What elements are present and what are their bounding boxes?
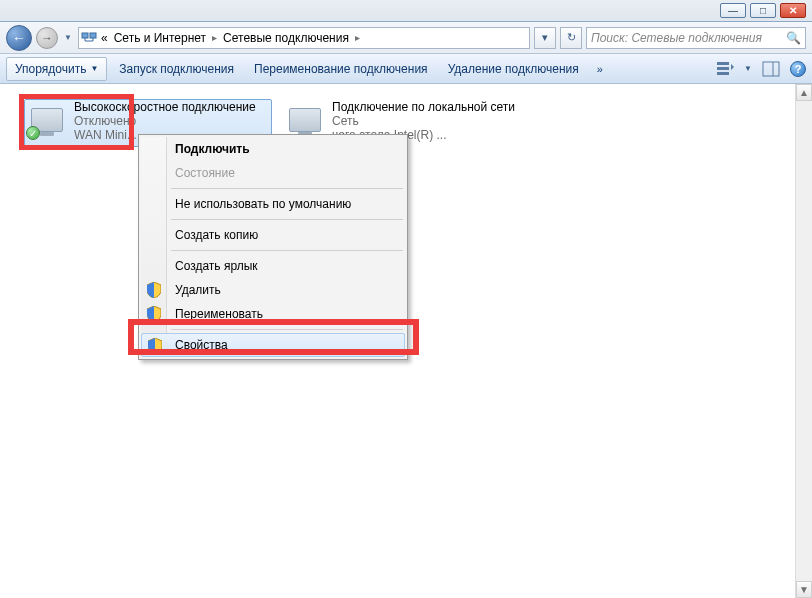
chevron-right-icon: ▸ xyxy=(353,32,362,43)
breadcrumb[interactable]: « Сеть и Интернет ▸ Сетевые подключения … xyxy=(78,27,530,49)
preview-pane-button[interactable] xyxy=(762,60,780,78)
menu-properties[interactable]: Свойства xyxy=(141,333,405,357)
maximize-button[interactable]: □ xyxy=(750,3,776,18)
toolbar: Упорядочить ▼ Запуск подключения Переиме… xyxy=(0,54,812,84)
rename-connection-button[interactable]: Переименование подключения xyxy=(246,58,436,80)
menu-separator xyxy=(171,219,403,220)
breadcrumb-back[interactable]: « xyxy=(99,31,110,45)
menu-delete-label: Удалить xyxy=(175,283,221,297)
organise-label: Упорядочить xyxy=(15,62,86,76)
breadcrumb-item[interactable]: Сеть и Интернет xyxy=(112,31,208,45)
scroll-up-icon[interactable]: ▲ xyxy=(796,84,812,101)
scroll-down-icon[interactable]: ▼ xyxy=(796,581,812,598)
address-dropdown[interactable]: ▾ xyxy=(534,27,556,49)
nav-history-dropdown[interactable]: ▼ xyxy=(62,25,74,51)
shield-icon xyxy=(147,306,161,322)
toolbar-right: ▼ ? xyxy=(716,60,806,78)
connection-status: Сеть xyxy=(332,114,515,128)
connection-icon: ✓ xyxy=(26,100,68,140)
chevron-down-icon: ▼ xyxy=(90,64,98,73)
delete-connection-button[interactable]: Удаление подключения xyxy=(440,58,587,80)
address-bar: ← → ▼ « Сеть и Интернет ▸ Сетевые подклю… xyxy=(0,22,812,54)
chevron-right-icon: ▸ xyxy=(210,32,219,43)
help-button[interactable]: ? xyxy=(790,61,806,77)
content-area: ✓ Высокоскоростное подключение Отключено… xyxy=(0,84,812,598)
menu-status: Состояние xyxy=(141,161,405,185)
menu-separator xyxy=(171,188,403,189)
titlebar: — □ ✕ xyxy=(0,0,812,22)
status-ok-icon: ✓ xyxy=(26,126,40,140)
svg-rect-0 xyxy=(82,33,88,38)
menu-separator xyxy=(171,329,403,330)
toolbar-overflow[interactable]: » xyxy=(591,63,609,75)
svg-rect-1 xyxy=(90,33,96,38)
start-connection-button[interactable]: Запуск подключения xyxy=(111,58,242,80)
menu-rename[interactable]: Переименовать xyxy=(141,302,405,326)
forward-button[interactable]: → xyxy=(36,27,58,49)
svg-rect-3 xyxy=(717,67,729,70)
window-buttons: — □ ✕ xyxy=(720,3,806,18)
chevron-down-icon: ▼ xyxy=(744,64,752,73)
menu-rename-label: Переименовать xyxy=(175,307,263,321)
organise-button[interactable]: Упорядочить ▼ xyxy=(6,57,107,81)
menu-connect[interactable]: Подключить xyxy=(141,137,405,161)
vertical-scrollbar[interactable]: ▲ ▼ xyxy=(795,84,812,598)
menu-no-default[interactable]: Не использовать по умолчанию xyxy=(141,192,405,216)
back-button[interactable]: ← xyxy=(6,25,32,51)
shield-icon xyxy=(147,282,161,298)
menu-separator xyxy=(171,250,403,251)
shield-icon xyxy=(148,338,162,354)
search-icon: 🔍 xyxy=(786,31,801,45)
menu-create-shortcut[interactable]: Создать ярлык xyxy=(141,254,405,278)
refresh-button[interactable]: ↻ xyxy=(560,27,582,49)
view-options-button[interactable] xyxy=(716,60,734,78)
menu-delete[interactable]: Удалить xyxy=(141,278,405,302)
menu-properties-label: Свойства xyxy=(175,338,228,352)
svg-rect-2 xyxy=(717,62,729,65)
close-button[interactable]: ✕ xyxy=(780,3,806,18)
connection-title: Высокоскоростное подключение xyxy=(74,100,256,114)
breadcrumb-item[interactable]: Сетевые подключения xyxy=(221,31,351,45)
svg-rect-5 xyxy=(763,62,779,76)
minimize-button[interactable]: — xyxy=(720,3,746,18)
search-input[interactable]: Поиск: Сетевые подключения 🔍 xyxy=(586,27,806,49)
connection-title: Подключение по локальной сети xyxy=(332,100,515,114)
context-menu: Подключить Состояние Не использовать по … xyxy=(138,134,408,360)
search-placeholder: Поиск: Сетевые подключения xyxy=(591,31,762,45)
menu-create-copy[interactable]: Создать копию xyxy=(141,223,405,247)
location-icon xyxy=(81,30,97,46)
svg-rect-4 xyxy=(717,72,729,75)
connection-status: Отключено xyxy=(74,114,256,128)
